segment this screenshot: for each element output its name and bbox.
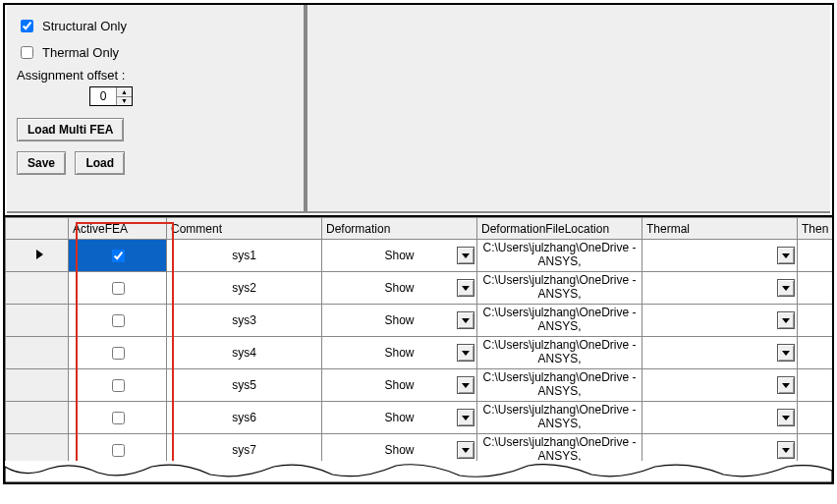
stepper-down-button[interactable]: ▼ (117, 97, 132, 106)
deformation-cell[interactable]: Show (322, 272, 477, 305)
deformation-dropdown-button[interactable] (457, 247, 474, 264)
thermal-dropdown-button[interactable] (777, 409, 795, 426)
deformation-location-cell[interactable]: C:\Users\julzhang\OneDrive - ANSYS, (477, 337, 642, 369)
stepper-spin: ▲ ▼ (116, 87, 132, 105)
thermal-cell[interactable] (642, 369, 798, 402)
deformation-dropdown-button[interactable] (457, 409, 474, 426)
deformation-cell[interactable]: Show (322, 369, 477, 402)
thermal-dropdown-button[interactable] (777, 344, 795, 362)
thermal-dropdown-button[interactable] (777, 376, 795, 394)
thermal-only-checkbox[interactable] (21, 46, 33, 59)
deformation-cell[interactable]: Show (322, 305, 477, 337)
deformation-dropdown-button[interactable] (457, 376, 474, 394)
assignment-offset-stepper[interactable]: ▲ ▼ (89, 86, 133, 106)
comment-cell[interactable]: sys4 (167, 337, 322, 369)
deformation-dropdown-button[interactable] (457, 441, 474, 459)
thermal-cell[interactable] (642, 272, 798, 305)
deformation-value: Show (384, 411, 414, 424)
activefea-checkbox[interactable] (112, 379, 125, 392)
thermal-location-cell[interactable] (798, 240, 833, 272)
activefea-cell[interactable] (69, 369, 167, 402)
load-multi-fea-button[interactable]: Load Multi FEA (17, 118, 124, 141)
deformation-value: Show (384, 249, 414, 262)
row-header[interactable] (6, 240, 69, 272)
activefea-checkbox[interactable] (112, 314, 125, 327)
deformation-dropdown-button[interactable] (457, 344, 474, 362)
header-activefea[interactable]: ActiveFEA (69, 218, 167, 240)
activefea-cell[interactable] (69, 402, 167, 434)
thermal-cell[interactable] (642, 337, 798, 369)
thermal-cell[interactable] (642, 305, 798, 337)
deformation-cell[interactable]: Show (322, 240, 477, 272)
table-row[interactable]: sys2ShowC:\Users\julzhang\OneDrive - ANS… (6, 272, 833, 305)
thermal-location-cell[interactable] (798, 402, 833, 434)
deformation-value: Show (384, 281, 414, 295)
activefea-checkbox[interactable] (112, 347, 125, 360)
deformation-location-cell[interactable]: C:\Users\julzhang\OneDrive - ANSYS, (477, 369, 642, 402)
deformation-value: Show (384, 346, 414, 360)
header-deformation-location[interactable]: DeformationFileLocation (477, 218, 642, 240)
save-button[interactable]: Save (17, 151, 66, 175)
row-header[interactable] (6, 369, 69, 402)
fea-grid[interactable]: ActiveFEA Comment Deformation Deformatio… (5, 217, 832, 467)
thermal-location-cell[interactable] (798, 305, 833, 337)
activefea-cell[interactable] (69, 305, 167, 337)
row-header[interactable] (6, 272, 69, 305)
header-comment[interactable]: Comment (167, 218, 322, 240)
thermal-dropdown-button[interactable] (777, 247, 795, 264)
comment-cell[interactable]: sys2 (167, 272, 322, 305)
thermal-location-cell[interactable] (798, 369, 833, 402)
deformation-location-cell[interactable]: C:\Users\julzhang\OneDrive - ANSYS, (477, 272, 642, 305)
thermal-only-label: Thermal Only (42, 45, 119, 60)
header-thermal-location[interactable]: Then (798, 218, 833, 240)
comment-cell[interactable]: sys5 (167, 369, 322, 402)
deformation-location-cell[interactable]: C:\Users\julzhang\OneDrive - ANSYS, (477, 402, 642, 434)
panel-container: Structural Only Thermal Only Assignment … (3, 3, 834, 484)
table-row[interactable]: sys5ShowC:\Users\julzhang\OneDrive - ANS… (6, 369, 833, 402)
activefea-checkbox[interactable] (112, 412, 125, 424)
thermal-dropdown-button[interactable] (777, 311, 795, 329)
deformation-location-cell[interactable]: C:\Users\julzhang\OneDrive - ANSYS, (477, 305, 642, 337)
options-panel: Structural Only Thermal Only Assignment … (7, 5, 306, 213)
header-deformation[interactable]: Deformation (322, 218, 477, 240)
header-thermal[interactable]: Thermal (642, 218, 798, 240)
activefea-checkbox[interactable] (112, 250, 125, 262)
table-row[interactable]: sys1ShowC:\Users\julzhang\OneDrive - ANS… (6, 240, 833, 272)
structural-only-row[interactable]: Structural Only (17, 17, 294, 35)
header-row: ActiveFEA Comment Deformation Deformatio… (6, 218, 833, 240)
deformation-cell[interactable]: Show (322, 337, 477, 369)
table-row[interactable]: sys4ShowC:\Users\julzhang\OneDrive - ANS… (6, 337, 833, 369)
row-header[interactable] (6, 337, 69, 369)
table-row[interactable]: sys6ShowC:\Users\julzhang\OneDrive - ANS… (6, 402, 833, 434)
thermal-cell[interactable] (642, 402, 798, 434)
deformation-dropdown-button[interactable] (457, 311, 474, 329)
current-row-indicator-icon (36, 250, 43, 259)
activefea-checkbox[interactable] (112, 282, 125, 295)
structural-only-checkbox[interactable] (21, 20, 33, 32)
comment-cell[interactable]: sys1 (167, 240, 322, 272)
row-header[interactable] (6, 305, 69, 337)
assignment-offset-input[interactable] (90, 87, 116, 105)
thermal-location-cell[interactable] (798, 272, 833, 305)
activefea-checkbox[interactable] (112, 444, 125, 457)
activefea-cell[interactable] (69, 240, 167, 272)
comment-cell[interactable]: sys3 (167, 305, 322, 337)
deformation-dropdown-button[interactable] (457, 279, 474, 297)
assignment-offset-label: Assignment offset : (17, 68, 294, 83)
activefea-cell[interactable] (69, 272, 167, 305)
thermal-location-cell[interactable] (798, 337, 833, 369)
activefea-cell[interactable] (69, 337, 167, 369)
thermal-dropdown-button[interactable] (777, 441, 795, 459)
load-button[interactable]: Load (75, 151, 125, 175)
thermal-only-row[interactable]: Thermal Only (17, 43, 294, 62)
deformation-location-cell[interactable]: C:\Users\julzhang\OneDrive - ANSYS, (477, 240, 642, 272)
deformation-value: Show (384, 443, 414, 457)
thermal-dropdown-button[interactable] (777, 279, 795, 297)
table-row[interactable]: sys3ShowC:\Users\julzhang\OneDrive - ANS… (6, 305, 833, 337)
row-header[interactable] (6, 402, 69, 434)
comment-cell[interactable]: sys6 (167, 402, 322, 434)
deformation-cell[interactable]: Show (322, 402, 477, 434)
thermal-cell[interactable] (642, 240, 798, 272)
deformation-value: Show (384, 378, 414, 392)
stepper-up-button[interactable]: ▲ (117, 87, 132, 97)
